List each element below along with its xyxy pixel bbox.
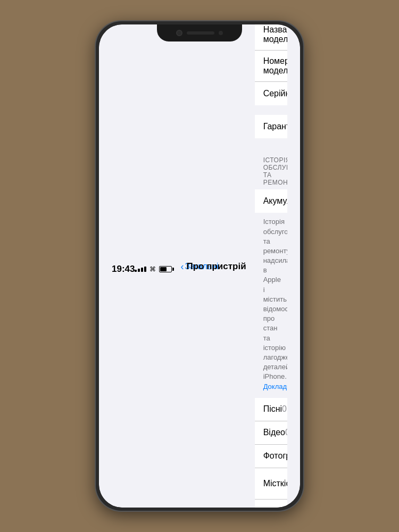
phone-outer: 19:43 ⌘ ‹ За (96, 21, 303, 511)
phone-inner: 19:43 ⌘ ‹ За (99, 24, 300, 508)
nav-bar: ‹ Загальні Про пристрій (172, 259, 254, 277)
model-number-row: Номер моделі MRYT2VC/A (255, 51, 287, 82)
spacer-3 (255, 138, 287, 148)
warranty-group: Гарантія › (255, 115, 287, 138)
model-name-label: Назва моделі (263, 25, 287, 44)
stats-group: Пісні 0 Відео 0 Фотографії 0 Місткість 6… (255, 398, 287, 508)
photos-label: Фотографії (263, 451, 287, 461)
page-title: Про пристрій (187, 261, 246, 272)
capacity-label: Місткість (263, 479, 287, 488)
model-number-label: Номер моделі (263, 56, 287, 76)
spacer-2 (255, 105, 287, 115)
phone-screen: 19:43 ⌘ ‹ За (99, 24, 300, 508)
serial-label: Серійний (263, 89, 287, 98)
songs-value: 0 (282, 404, 287, 414)
notch (157, 24, 242, 41)
free-space-row: Вільно 51,48 ГБ (255, 500, 287, 508)
warranty-row[interactable]: Гарантія › (255, 115, 287, 138)
battery-icon (159, 266, 172, 272)
service-note: Історія обслуговування та ремонту надсил… (255, 213, 287, 397)
sensor-icon (219, 31, 223, 35)
photos-row: Фотографії 0 (255, 445, 287, 468)
video-label: Відео (263, 428, 285, 437)
content-area: Назва iPhone › Версія iOS 17.0.3 › (255, 24, 287, 508)
speaker-icon (187, 31, 214, 35)
video-value: 0 (285, 428, 287, 437)
status-bar: 19:43 ⌘ ‹ За (99, 24, 300, 508)
warranty-label: Гарантія (263, 122, 287, 131)
battery-label: Акумулятор (263, 196, 287, 206)
wifi-icon: ⌘ (149, 265, 156, 273)
status-icons: ⌘ (135, 265, 172, 273)
camera-icon (176, 30, 182, 36)
songs-label: Пісні (263, 404, 282, 414)
battery-row[interactable]: Акумулятор Обслуговування › (255, 189, 287, 213)
service-group: Акумулятор Обслуговування › (255, 189, 287, 213)
model-name-row: Назва моделі iPhone Xr (255, 24, 287, 51)
capacity-row: Місткість 64 ГБ (255, 468, 287, 500)
service-section-header: ІСТОРІЯ ОБСЛУГОВУВАННЯ ТА РЕМОНТУ (255, 148, 287, 189)
info-group: Назва iPhone › Версія iOS 17.0.3 › (255, 24, 287, 105)
status-time: 19:43 (112, 264, 135, 275)
signal-icon (135, 267, 146, 272)
serial-row: Серійний DNPY74ALKXKP (255, 82, 287, 105)
learn-more-link[interactable]: Докладніше... (263, 383, 287, 390)
video-row: Відео 0 (255, 421, 287, 445)
chevron-left-icon: ‹ (180, 261, 184, 272)
songs-row: Пісні 0 (255, 398, 287, 421)
